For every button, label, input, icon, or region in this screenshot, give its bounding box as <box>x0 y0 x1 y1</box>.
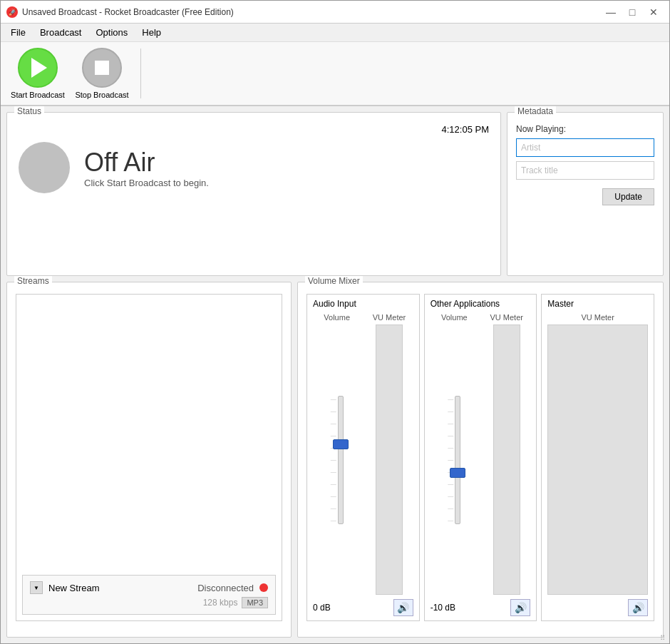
other-apps-vu-meter <box>493 324 520 595</box>
audio-input-title: Audio Input <box>313 299 413 309</box>
menu-options[interactable]: Options <box>89 26 135 39</box>
audio-input-slider-container: ——————————— <box>313 324 361 595</box>
window-controls: — □ ✕ <box>601 5 664 19</box>
other-apps-slider-container: ——————————— <box>431 324 478 595</box>
artist-input[interactable] <box>516 138 654 157</box>
status-time: 4:12:05 PM <box>19 124 489 135</box>
status-avatar <box>19 142 70 193</box>
track-input[interactable] <box>516 161 654 180</box>
stop-broadcast-icon <box>82 48 122 88</box>
menu-help[interactable]: Help <box>135 26 168 39</box>
streams-list: ▼ New Stream Disconnected 128 kbps MP3 <box>16 294 282 621</box>
stop-icon <box>95 61 109 75</box>
status-panel-label: Status <box>14 106 44 116</box>
other-apps-db: -10 dB <box>431 603 455 613</box>
master-vu-label: VU Meter <box>581 313 614 322</box>
stream-item-top: ▼ New Stream Disconnected <box>30 581 268 594</box>
bottom-row: Streams ▼ New Stream Disconnected 128 kb… <box>6 282 664 638</box>
master-vu-meter <box>547 324 648 595</box>
stop-broadcast-button[interactable]: Stop Broadcast <box>73 48 130 99</box>
stream-bitrate: 128 kbps <box>203 598 238 608</box>
window-title: Unsaved Broadcast - Rocket Broadcaster (… <box>22 7 601 17</box>
now-playing-label: Now Playing: <box>516 124 654 134</box>
toolbar-separator <box>140 48 141 98</box>
audio-input-vu-label: VU Meter <box>373 313 406 322</box>
app-icon: 🚀 <box>6 6 18 18</box>
start-broadcast-button[interactable]: Start Broadcast <box>9 48 66 99</box>
other-apps-title: Other Applications <box>431 299 531 309</box>
status-state: Off Air <box>84 148 209 178</box>
top-row: Status 4:12:05 PM Off Air Click Start Br… <box>6 112 664 276</box>
maximize-button[interactable]: □ <box>622 5 642 19</box>
main-window: 🚀 Unsaved Broadcast - Rocket Broadcaster… <box>0 0 670 644</box>
other-apps-volume-label: Volume <box>441 313 468 322</box>
minimize-button[interactable]: — <box>601 5 621 19</box>
volume-sections: Audio Input Volume ——————————— <box>306 294 654 621</box>
other-apps-volume-col: Volume ——————————— <box>431 313 478 595</box>
other-apps-vu-col: VU Meter <box>483 313 530 595</box>
audio-input-section: Audio Input Volume ——————————— <box>306 294 420 621</box>
audio-input-volume-label: Volume <box>324 313 350 322</box>
master-section: Master VU Meter 🔊 <box>541 294 654 621</box>
audio-input-speaker-button[interactable]: 🔊 <box>393 599 413 616</box>
close-button[interactable]: ✕ <box>644 5 664 19</box>
start-broadcast-label: Start Broadcast <box>11 91 65 99</box>
stream-status-dot <box>259 583 268 592</box>
play-icon <box>31 58 47 78</box>
metadata-panel: Metadata Now Playing: Update <box>507 112 664 276</box>
other-apps-cols: Volume ——————————— <box>431 313 531 595</box>
audio-input-thumb <box>333 439 349 449</box>
start-broadcast-icon <box>18 48 58 88</box>
streams-panel: Streams ▼ New Stream Disconnected 128 kb… <box>6 282 292 638</box>
other-apps-slider[interactable] <box>455 396 460 524</box>
audio-input-cols: Volume ——————————— <box>313 313 413 595</box>
stream-item-bottom: 128 kbps MP3 <box>30 597 268 608</box>
update-button[interactable]: Update <box>602 188 654 205</box>
metadata-panel-label: Metadata <box>515 106 556 116</box>
menu-file[interactable]: File <box>4 26 33 39</box>
status-hint: Click Start Broadcast to begin. <box>84 178 209 188</box>
status-body: Off Air Click Start Broadcast to begin. <box>19 142 489 193</box>
menu-broadcast[interactable]: Broadcast <box>33 26 89 39</box>
other-apps-vu-label: VU Meter <box>490 313 522 322</box>
master-cols: VU Meter <box>547 313 648 595</box>
stream-format: MP3 <box>242 597 268 608</box>
resize-handle[interactable]: ⠿ <box>660 634 667 641</box>
stop-broadcast-label: Stop Broadcast <box>75 91 128 99</box>
other-apps-thumb <box>450 468 465 478</box>
volume-mixer-panel: Volume Mixer Audio Input Volume — <box>297 282 664 638</box>
stream-name: New Stream <box>48 583 192 593</box>
streams-panel-label: Streams <box>14 276 52 286</box>
status-text: Off Air Click Start Broadcast to begin. <box>84 148 209 188</box>
audio-input-footer: 0 dB 🔊 <box>313 599 413 616</box>
audio-input-vu-meter <box>376 324 403 595</box>
master-speaker-button[interactable]: 🔊 <box>628 599 648 616</box>
master-vu-col: VU Meter <box>547 313 648 595</box>
audio-input-db: 0 dB <box>313 603 331 613</box>
audio-input-vu-col: VU Meter <box>365 313 413 595</box>
main-area: Status 4:12:05 PM Off Air Click Start Br… <box>1 106 669 643</box>
title-bar: 🚀 Unsaved Broadcast - Rocket Broadcaster… <box>1 1 669 24</box>
toolbar: Start Broadcast Stop Broadcast <box>1 42 669 106</box>
status-panel: Status 4:12:05 PM Off Air Click Start Br… <box>6 112 501 276</box>
stream-dropdown-button[interactable]: ▼ <box>30 581 43 594</box>
other-apps-footer: -10 dB 🔊 <box>431 599 531 616</box>
stream-status-text: Disconnected <box>197 583 254 593</box>
menu-bar: File Broadcast Options Help <box>1 24 669 42</box>
audio-input-volume-col: Volume ——————————— <box>313 313 361 595</box>
stream-item: ▼ New Stream Disconnected 128 kbps MP3 <box>22 575 276 615</box>
volume-mixer-label: Volume Mixer <box>305 276 363 286</box>
other-apps-speaker-button[interactable]: 🔊 <box>510 599 530 616</box>
audio-input-slider[interactable] <box>338 396 344 524</box>
master-title: Master <box>547 299 648 309</box>
master-footer: 🔊 <box>547 599 648 616</box>
other-apps-section: Other Applications Volume ——————————— <box>424 294 537 621</box>
